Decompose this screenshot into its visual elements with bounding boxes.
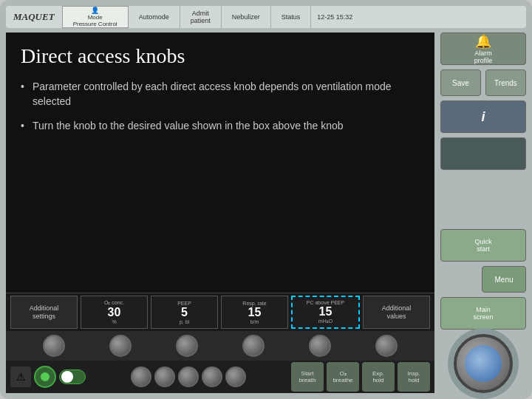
knob-pc-above-peep: PC above PEEP 15 mH₂O bbox=[291, 296, 360, 329]
person-icon: 👤 bbox=[91, 7, 99, 14]
right-panel: 🔔 Alarm profile Save Trends i Quick star… bbox=[440, 33, 526, 393]
save-trends-row: Save Trends bbox=[440, 69, 526, 96]
toggle-switch[interactable] bbox=[59, 369, 86, 384]
knob-peep-value: 5 bbox=[181, 306, 188, 319]
big-rotary-knob[interactable] bbox=[454, 334, 513, 393]
admit-line1: Admit bbox=[192, 10, 209, 17]
main-screen-button[interactable]: Main screen bbox=[440, 297, 526, 330]
screen-title: Direct access knobs bbox=[21, 44, 420, 68]
knob-peep: PEEP 5 p, bl bbox=[151, 296, 218, 329]
warning-icon: ⚠ bbox=[10, 366, 31, 387]
menu-button[interactable]: Menu bbox=[482, 266, 526, 293]
big-knob-inner bbox=[465, 345, 502, 382]
knob-resp-value: 15 bbox=[248, 306, 262, 319]
alarm-icon: 🔔 bbox=[475, 33, 491, 50]
status-label: Status bbox=[282, 13, 301, 21]
tab-status[interactable]: Status bbox=[271, 6, 312, 28]
info-button[interactable]: i bbox=[440, 100, 526, 133]
nebulizer-label: Nebulizer bbox=[232, 13, 260, 21]
knob-resp-rate: Resp. rate 15 b/m bbox=[221, 296, 288, 329]
knob-resp-unit: b/m bbox=[250, 319, 259, 324]
action-knob-2[interactable] bbox=[154, 366, 175, 387]
bullet-list: Parameter controlled by each direct acce… bbox=[21, 80, 420, 134]
physical-knob-3[interactable] bbox=[176, 335, 198, 357]
mode-line2: Pressure Control bbox=[73, 21, 117, 27]
save-button[interactable]: Save bbox=[440, 69, 481, 96]
action-knob-5[interactable] bbox=[225, 366, 246, 387]
action-knob-3[interactable] bbox=[178, 366, 199, 387]
datetime: 12-25 15:32 bbox=[311, 13, 358, 21]
o2-breathe-button[interactable]: O₂ breathe bbox=[327, 362, 359, 392]
bullet-2: Turn the knob to the desired value shown… bbox=[21, 119, 420, 134]
insp-hold-button[interactable]: Insp. hold bbox=[398, 362, 430, 392]
action-knob-4[interactable] bbox=[202, 366, 222, 387]
knob-pc-unit: mH₂O bbox=[318, 318, 332, 324]
knob-resp-label: Resp. rate bbox=[242, 301, 266, 306]
knob-pc-label: PC above PEEP bbox=[307, 300, 344, 305]
device-body: MAQUET 👤 Mode Pressure Control Automode … bbox=[0, 0, 532, 399]
main-screen-area: Direct access knobs Parameter controlled… bbox=[6, 33, 434, 393]
knob-o2: O₂ conc. 30 % bbox=[81, 296, 148, 329]
tab-automode[interactable]: Automode bbox=[129, 6, 180, 28]
tab-admit[interactable]: Admit patient bbox=[180, 6, 222, 28]
top-bar: MAQUET 👤 Mode Pressure Control Automode … bbox=[6, 6, 526, 28]
quick-start-button[interactable]: Quick start bbox=[440, 229, 526, 262]
physical-knob-6[interactable] bbox=[375, 335, 398, 357]
knob-o2-value: 30 bbox=[108, 306, 121, 319]
mode-line1: Mode bbox=[88, 14, 103, 21]
bullet-1: Parameter controlled by each direct acce… bbox=[21, 80, 420, 109]
action-knob-1[interactable] bbox=[131, 366, 151, 387]
tab-mode[interactable]: 👤 Mode Pressure Control bbox=[62, 6, 129, 28]
physical-knob-5[interactable] bbox=[309, 335, 331, 357]
admit-line2: patient bbox=[191, 17, 211, 24]
automode-label: Automode bbox=[139, 13, 169, 21]
physical-knob-4[interactable] bbox=[242, 335, 265, 357]
tab-nebulizer[interactable]: Nebulizer bbox=[222, 6, 271, 28]
knob-additional-settings[interactable]: Additional settings bbox=[10, 296, 78, 329]
start-breath-button[interactable]: Start breath bbox=[291, 362, 324, 392]
knob-pc-value: 15 bbox=[319, 305, 332, 318]
knob-peep-unit: p, bl bbox=[180, 319, 189, 324]
trends-button[interactable]: Trends bbox=[485, 69, 526, 96]
alarm-profile-button[interactable]: 🔔 Alarm profile bbox=[440, 33, 526, 65]
big-knob-container bbox=[440, 334, 526, 393]
knob-o2-label: O₂ conc. bbox=[104, 300, 124, 306]
physical-knob-1[interactable] bbox=[43, 335, 65, 357]
dark-button[interactable] bbox=[440, 137, 526, 170]
knob-additional-values[interactable]: Additional values bbox=[363, 296, 430, 329]
power-indicator[interactable] bbox=[34, 366, 56, 388]
knob-peep-label: PEEP bbox=[177, 301, 191, 306]
logo: MAQUET bbox=[6, 11, 62, 23]
exp-hold-button[interactable]: Exp. hold bbox=[362, 362, 395, 392]
physical-knob-2[interactable] bbox=[109, 335, 132, 357]
knob-o2-unit: % bbox=[112, 319, 116, 324]
